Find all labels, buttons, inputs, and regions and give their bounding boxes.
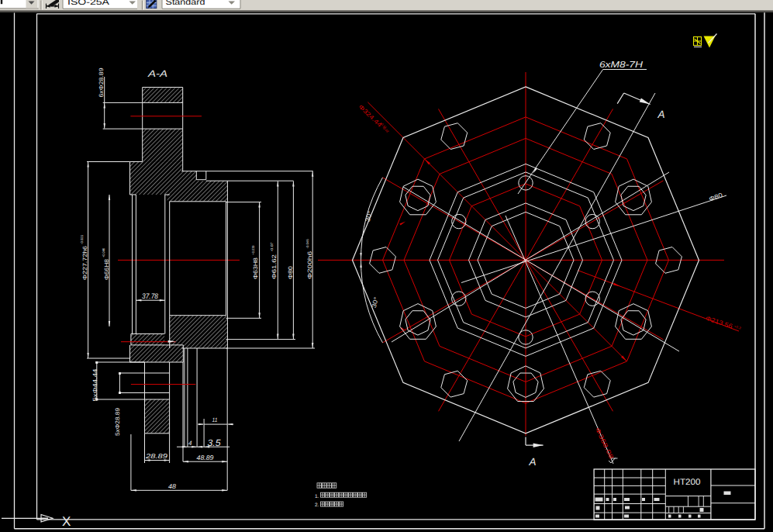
svg-text:Φ200h6: Φ200h6	[306, 251, 313, 279]
svg-text:+0.046: +0.046	[102, 247, 105, 257]
svg-text:5xΦ28.89: 5xΦ28.89	[114, 408, 121, 436]
svg-text:1.: 1.	[315, 494, 319, 499]
svg-text:Φ61.62: Φ61.62	[271, 254, 278, 279]
svg-text:5xΦ44.44: 5xΦ44.44	[91, 369, 98, 402]
svg-text:Φ80: Φ80	[287, 266, 294, 279]
svg-text:HT200: HT200	[674, 478, 701, 487]
svg-text:+0.039: +0.039	[251, 245, 255, 255]
svg-text:48.89: 48.89	[197, 454, 214, 461]
svg-text:Standard: Standard	[166, 0, 205, 7]
svg-text:-0.07: -0.07	[270, 242, 274, 252]
svg-text:6xΦ28.89: 6xΦ28.89	[98, 68, 105, 98]
svg-text:4: 4	[188, 440, 192, 447]
svg-text:6xM8-7H: 6xM8-7H	[599, 60, 644, 70]
svg-text:X: X	[62, 514, 71, 529]
svg-text:-0.021: -0.021	[80, 234, 84, 244]
svg-text:37.78: 37.78	[142, 292, 159, 301]
svg-text:11: 11	[212, 416, 218, 423]
svg-text:A-A: A-A	[147, 68, 167, 79]
svg-text:28.89: 28.89	[145, 452, 168, 460]
svg-text:ISO-25A: ISO-25A	[67, 0, 109, 7]
svg-text:2.: 2.	[315, 503, 319, 508]
svg-text:3.5: 3.5	[208, 437, 221, 448]
svg-text:Φ63H8: Φ63H8	[252, 257, 259, 279]
svg-text:A: A	[657, 109, 665, 120]
svg-text:48: 48	[168, 482, 176, 490]
svg-text:Φ66H8: Φ66H8	[103, 259, 110, 280]
svg-text:A: A	[529, 456, 537, 468]
svg-text:-0.046: -0.046	[305, 239, 309, 249]
svg-text:Φ227.72h6: Φ227.72h6	[81, 246, 88, 280]
